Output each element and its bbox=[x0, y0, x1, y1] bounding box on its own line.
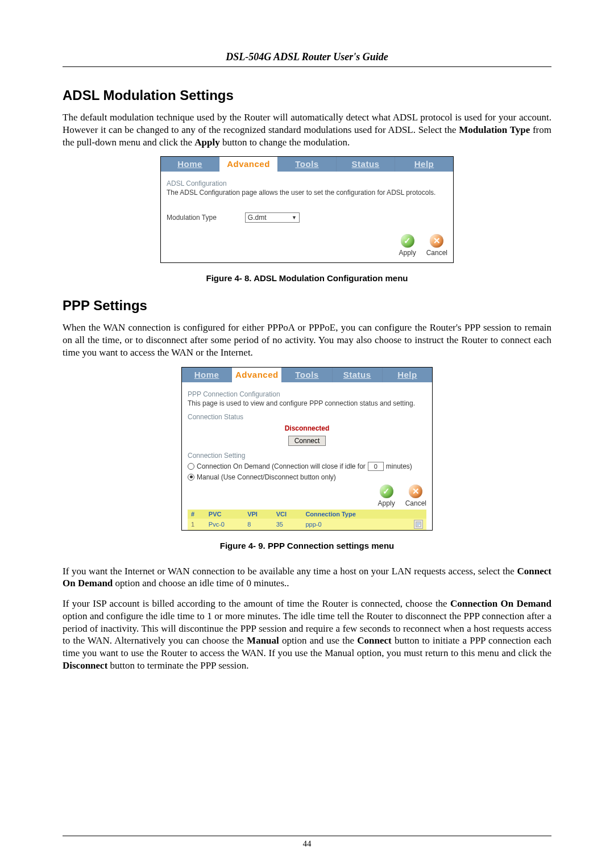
option-text: Connection On Demand (Connection will cl… bbox=[197, 462, 366, 470]
text-bold: Disconnect bbox=[63, 660, 107, 671]
text-bold: Manual bbox=[247, 635, 279, 646]
tab-home[interactable]: Home bbox=[161, 157, 219, 172]
table-row: 1 Pvc-0 8 35 ppp-0 bbox=[188, 519, 426, 530]
col-pvc: PVC bbox=[205, 510, 244, 519]
tab-status[interactable]: Status bbox=[337, 157, 395, 172]
section-description: This page is used to view and configure … bbox=[188, 399, 426, 407]
tab-status[interactable]: Status bbox=[333, 368, 383, 382]
cell-vpi: 8 bbox=[244, 519, 273, 530]
radio-icon bbox=[188, 463, 194, 470]
cell-pvc[interactable]: Pvc-0 bbox=[205, 519, 244, 530]
heading-adsl: ADSL Modulation Settings bbox=[63, 87, 551, 103]
tab-tools[interactable]: Tools bbox=[282, 368, 332, 382]
text-bold: Modulation Type bbox=[459, 124, 530, 135]
col-vpi: VPI bbox=[244, 510, 273, 519]
text: If your ISP account is billed according … bbox=[63, 598, 450, 609]
connect-button[interactable]: Connect bbox=[288, 436, 326, 446]
connection-status-label: Connection Status bbox=[188, 413, 426, 421]
col-ctype: Connection Type bbox=[302, 510, 399, 519]
radio-icon bbox=[188, 474, 194, 481]
close-icon: ✕ bbox=[409, 485, 422, 498]
text: option and choose an idle time of 0 minu… bbox=[115, 578, 289, 589]
tab-advanced[interactable]: Advanced bbox=[219, 157, 278, 172]
apply-button[interactable]: ✓ Apply bbox=[378, 485, 395, 507]
tab-bar: Home Advanced Tools Status Help bbox=[161, 157, 453, 172]
check-icon: ✓ bbox=[401, 234, 414, 248]
adsl-paragraph: The default modulation technique used by… bbox=[63, 111, 551, 148]
connection-status-value: Disconnected bbox=[188, 424, 426, 432]
apply-label: Apply bbox=[399, 249, 416, 257]
connection-setting-label: Connection Setting bbox=[188, 452, 426, 460]
section-label: ADSL Configuration bbox=[167, 180, 447, 187]
ppp-config-panel: Home Advanced Tools Status Help PPP Conn… bbox=[181, 367, 433, 531]
modulation-type-label: Modulation Type bbox=[167, 214, 217, 222]
cell-vci: 35 bbox=[273, 519, 302, 530]
pvc-table: # PVC VPI VCI Connection Type 1 Pvc-0 8 … bbox=[188, 510, 426, 530]
idle-minutes-input[interactable]: 0 bbox=[368, 462, 384, 471]
note-icon bbox=[416, 521, 421, 527]
heading-ppp: PPP Settings bbox=[63, 298, 551, 314]
ppp-paragraph-3: If your ISP account is billed according … bbox=[63, 598, 551, 672]
modulation-type-select[interactable]: G.dmt ▼ bbox=[245, 212, 300, 223]
apply-button[interactable]: ✓ Apply bbox=[399, 234, 416, 257]
option-connection-on-demand[interactable]: Connection On Demand (Connection will cl… bbox=[188, 462, 426, 471]
close-icon: ✕ bbox=[430, 234, 443, 248]
tab-advanced[interactable]: Advanced bbox=[232, 368, 282, 382]
option-manual[interactable]: Manual (Use Connect/Disconnect button on… bbox=[188, 473, 426, 481]
cell-index: 1 bbox=[188, 519, 205, 530]
text-bold: Apply bbox=[194, 137, 219, 148]
cell-ctype: ppp-0 bbox=[302, 519, 399, 530]
figure-caption-4-8: Figure 4- 8. ADSL Modulation Configurati… bbox=[63, 273, 551, 283]
page-number: 44 bbox=[0, 839, 614, 849]
ppp-paragraph-1: When the WAN connection is configured fo… bbox=[63, 322, 551, 358]
col-action bbox=[399, 510, 426, 519]
text: If you want the Internet or WAN connecti… bbox=[63, 566, 517, 577]
text: option and use the bbox=[282, 635, 357, 646]
chevron-down-icon: ▼ bbox=[292, 215, 297, 220]
ppp-paragraph-2: If you want the Internet or WAN connecti… bbox=[63, 565, 551, 590]
text: button to change the modulation. bbox=[222, 137, 350, 148]
table-header-row: # PVC VPI VCI Connection Type bbox=[188, 510, 426, 519]
tab-bar: Home Advanced Tools Status Help bbox=[182, 368, 432, 382]
page-header: DSL-504G ADSL Router User's Guide bbox=[63, 51, 551, 67]
apply-label: Apply bbox=[378, 499, 395, 507]
figure-caption-4-9: Figure 4- 9. PPP Connection settings men… bbox=[63, 541, 551, 550]
tab-tools[interactable]: Tools bbox=[278, 157, 337, 172]
col-index: # bbox=[188, 510, 205, 519]
text: button to terminate the PPP session. bbox=[110, 660, 249, 671]
cancel-label: Cancel bbox=[405, 499, 426, 507]
option-text: minutes) bbox=[386, 462, 412, 470]
tab-home[interactable]: Home bbox=[182, 368, 232, 382]
modulation-type-value: G.dmt bbox=[248, 214, 267, 222]
cancel-label: Cancel bbox=[426, 249, 447, 257]
col-vci: VCI bbox=[273, 510, 302, 519]
section-description: The ADSL Configuration page allows the u… bbox=[167, 189, 447, 197]
cancel-button[interactable]: ✕ Cancel bbox=[405, 485, 426, 507]
tab-help[interactable]: Help bbox=[395, 157, 453, 172]
option-text: Manual (Use Connect/Disconnect button on… bbox=[197, 473, 336, 481]
cancel-button[interactable]: ✕ Cancel bbox=[426, 234, 447, 257]
text-bold: Connect bbox=[357, 635, 391, 646]
text-bold: Connection On Demand bbox=[450, 598, 551, 609]
section-label: PPP Connection Configuration bbox=[188, 390, 426, 398]
tab-help[interactable]: Help bbox=[383, 368, 432, 382]
edit-row-button[interactable] bbox=[414, 520, 423, 529]
footer-rule bbox=[63, 836, 551, 836]
check-icon: ✓ bbox=[380, 485, 393, 498]
adsl-config-panel: Home Advanced Tools Status Help ADSL Con… bbox=[160, 156, 454, 263]
